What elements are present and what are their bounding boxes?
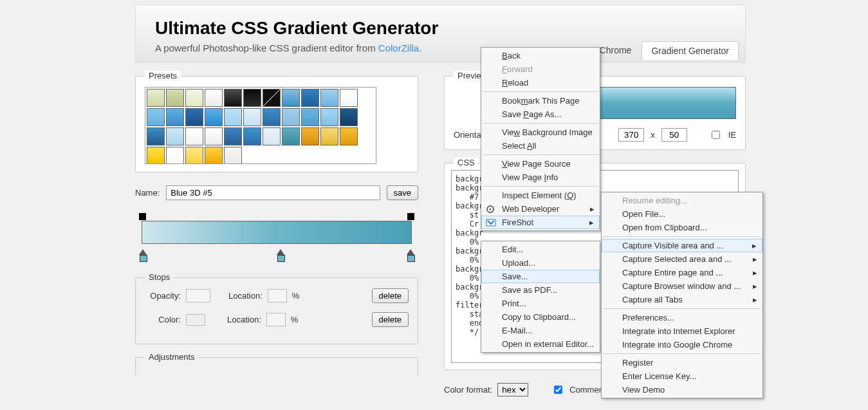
ctx-fs-edit[interactable]: Edit... bbox=[481, 243, 600, 256]
color-stop-1[interactable] bbox=[139, 249, 147, 255]
ctx-view-bg-image[interactable]: View Background Image bbox=[481, 126, 600, 139]
tab-gradient-generator[interactable]: Gradient Generator bbox=[642, 41, 739, 60]
ctx-bookmark[interactable]: Bookmark This Page bbox=[481, 94, 600, 107]
gradient-bar[interactable] bbox=[142, 221, 412, 244]
color-delete-button[interactable]: delete bbox=[372, 312, 409, 327]
preset-swatch[interactable] bbox=[320, 108, 338, 126]
preset-swatch[interactable] bbox=[340, 127, 358, 145]
chevron-right-icon: ▸ bbox=[590, 204, 595, 214]
preset-swatch[interactable] bbox=[185, 89, 203, 107]
preset-swatch[interactable] bbox=[243, 89, 261, 107]
preset-swatch[interactable] bbox=[185, 108, 203, 126]
chevron-right-icon: ▸ bbox=[589, 218, 594, 227]
ctx-fs-open-file[interactable]: Open File... bbox=[602, 207, 762, 221]
preset-swatch[interactable] bbox=[166, 89, 184, 107]
size-width-input[interactable] bbox=[618, 128, 644, 142]
ctx-fs-save[interactable]: Save... bbox=[481, 270, 600, 283]
name-input[interactable] bbox=[166, 185, 380, 200]
colorzilla-link[interactable]: ColorZilla bbox=[378, 42, 419, 53]
preset-swatch[interactable] bbox=[224, 127, 242, 145]
preset-swatch[interactable] bbox=[224, 89, 242, 107]
ctx-fs-email[interactable]: E-Mail... bbox=[481, 324, 600, 337]
color-location-input[interactable] bbox=[266, 313, 286, 326]
ctx-fs-view-demo[interactable]: View Demo bbox=[602, 383, 762, 396]
ctx-web-developer[interactable]: Web Developer▸ bbox=[481, 202, 600, 216]
preset-swatch[interactable] bbox=[301, 127, 319, 145]
preset-swatch[interactable] bbox=[205, 147, 223, 164]
preset-swatch[interactable] bbox=[166, 108, 184, 126]
ctx-fs-capture-tabs[interactable]: Capture all Tabs▸ bbox=[602, 293, 762, 306]
ie-checkbox[interactable] bbox=[712, 131, 720, 139]
ctx-fs-save-pdf[interactable]: Save as PDF... bbox=[481, 283, 600, 297]
ctx-back[interactable]: Back bbox=[481, 49, 600, 62]
preset-swatch[interactable] bbox=[205, 89, 223, 107]
ctx-fs-register[interactable]: Register bbox=[602, 356, 762, 369]
preset-swatch[interactable] bbox=[224, 108, 242, 126]
presets-grid[interactable] bbox=[145, 87, 376, 164]
preset-swatch[interactable] bbox=[243, 127, 261, 145]
preset-swatch[interactable] bbox=[282, 108, 300, 126]
orientation-label: Orienta bbox=[454, 130, 481, 140]
ctx-fs-capture-window[interactable]: Capture Browser window and ...▸ bbox=[602, 279, 762, 293]
preset-swatch[interactable] bbox=[282, 127, 300, 145]
save-button[interactable]: save bbox=[387, 185, 418, 200]
ctx-fireshot[interactable]: FireShot▸ bbox=[481, 216, 600, 229]
color-stop-3[interactable] bbox=[407, 249, 414, 255]
ctx-reload[interactable]: Reload bbox=[481, 76, 600, 89]
ctx-forward: Forward bbox=[481, 62, 600, 76]
preset-swatch[interactable] bbox=[340, 89, 358, 107]
preset-swatch[interactable] bbox=[282, 89, 300, 107]
ctx-fs-license-key[interactable]: Enter License Key... bbox=[602, 369, 762, 383]
ctx-fs-capture-visible[interactable]: Capture Visible area and ...▸ bbox=[602, 239, 762, 252]
preset-swatch[interactable] bbox=[340, 108, 358, 126]
preset-swatch[interactable] bbox=[320, 127, 338, 145]
ctx-fs-capture-entire[interactable]: Capture Entire page and ...▸ bbox=[602, 266, 762, 279]
ctx-fs-integrate-ie[interactable]: Integrate into Internet Explorer bbox=[602, 324, 762, 338]
color-location-label: Location: bbox=[227, 315, 261, 324]
preset-swatch[interactable] bbox=[243, 108, 261, 126]
ctx-fs-capture-selected[interactable]: Capture Selected area and ...▸ bbox=[602, 252, 762, 266]
ctx-fs-integrate-chrome[interactable]: Integrate into Google Chrome bbox=[602, 338, 762, 351]
preset-swatch[interactable] bbox=[147, 147, 165, 164]
ctx-fs-open-external[interactable]: Open in external Editor... bbox=[481, 337, 600, 351]
opacity-stop-right[interactable] bbox=[407, 213, 414, 220]
color-format-select[interactable]: hex bbox=[497, 383, 528, 396]
opacity-stop-left[interactable] bbox=[139, 213, 146, 220]
color-stop-2[interactable] bbox=[277, 249, 284, 255]
preset-swatch[interactable] bbox=[185, 127, 203, 145]
preset-swatch[interactable] bbox=[301, 108, 319, 126]
preset-swatch[interactable] bbox=[224, 147, 242, 164]
ctx-fs-print[interactable]: Print... bbox=[481, 297, 600, 310]
preset-swatch[interactable] bbox=[205, 108, 223, 126]
ctx-select-all[interactable]: Select All bbox=[481, 139, 600, 153]
ctx-fs-open-clipboard[interactable]: Open from Clipboard... bbox=[602, 221, 762, 234]
opacity-location-input[interactable] bbox=[268, 289, 287, 303]
opacity-input[interactable] bbox=[186, 289, 210, 303]
comments-checkbox[interactable] bbox=[554, 386, 562, 394]
preset-swatch[interactable] bbox=[166, 127, 184, 145]
color-input[interactable] bbox=[186, 314, 205, 326]
preset-swatch[interactable] bbox=[147, 108, 165, 126]
gradient-editor[interactable] bbox=[135, 213, 418, 258]
ctx-fs-upload[interactable]: Upload... bbox=[481, 256, 600, 270]
preset-swatch[interactable] bbox=[301, 89, 319, 107]
ctx-inspect-element[interactable]: Inspect Element (Q) bbox=[481, 189, 600, 202]
size-height-input[interactable] bbox=[661, 128, 687, 142]
preset-swatch[interactable] bbox=[263, 108, 281, 126]
preset-swatch[interactable] bbox=[263, 89, 281, 107]
ctx-fs-preferences[interactable]: Preferences... bbox=[602, 311, 762, 324]
ctx-view-page-source[interactable]: View Page Source bbox=[481, 157, 600, 171]
preset-swatch[interactable] bbox=[147, 89, 165, 107]
preset-swatch[interactable] bbox=[147, 127, 165, 145]
ctx-fs-copy-clipboard[interactable]: Copy to Clipboard... bbox=[481, 310, 600, 324]
preset-swatch[interactable] bbox=[320, 89, 338, 107]
page-title: Ultimate CSS Gradient Generator bbox=[155, 18, 726, 39]
preset-swatch[interactable] bbox=[205, 127, 223, 145]
opacity-delete-button[interactable]: delete bbox=[372, 288, 409, 303]
preset-swatch[interactable] bbox=[185, 147, 203, 164]
preset-swatch[interactable] bbox=[263, 127, 281, 145]
ctx-view-page-info[interactable]: View Page Info bbox=[481, 171, 600, 184]
ctx-save-page-as[interactable]: Save Page As... bbox=[481, 107, 600, 121]
context-menu-browser: Back Forward Reload Bookmark This Page S… bbox=[481, 47, 600, 231]
preset-swatch[interactable] bbox=[166, 147, 184, 164]
